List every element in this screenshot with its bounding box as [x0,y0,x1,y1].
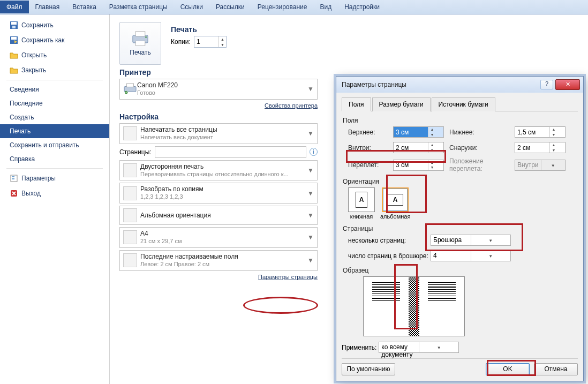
label-inside: Внутри: [348,144,388,152]
tab-source[interactable]: Источник бумаги [432,97,495,111]
collate-combo[interactable]: Разобрать по копиям 1,2,3 1,2,3 1,2,3 ▼ [119,183,318,204]
chevron-down-icon: ▼ [305,130,314,137]
sidebar-item-new[interactable]: Создать [0,110,109,124]
gutter-pos-select: Внутри▼ [515,160,566,171]
print-button[interactable]: Печать [119,22,161,65]
close-button[interactable]: ✕ [555,79,580,90]
duplex-icon [123,163,137,177]
sidebar-label: Сохранить как [21,36,64,44]
cancel-button[interactable]: Отмена [534,363,578,375]
ribbon-tab-file[interactable]: Файл [0,1,29,13]
multi-pages-select[interactable]: Брошюра▼ [431,235,511,246]
sidebar-label: Закрыть [21,66,46,74]
combo-main: Последние настраиваемые поля [140,253,305,261]
svg-rect-4 [11,37,17,40]
save-icon [10,21,18,29]
pages-input[interactable] [155,146,306,158]
duplex-combo[interactable]: Двусторонняя печать Переворачивать стран… [119,160,318,181]
sidebar-label: Сведения [10,86,39,93]
tab-margins[interactable]: Поля [342,97,371,111]
sidebar-item-options[interactable]: Параметры [0,171,109,186]
group-preview: Образец [343,267,578,274]
label-top: Верхнее: [348,129,388,136]
chevron-down-icon: ▼ [305,190,314,197]
ok-button[interactable]: OK [486,363,530,375]
margin-outside-spinner[interactable]: ▲▼ [515,142,566,153]
sidebar-item-save-as[interactable]: Сохранить как [0,33,109,48]
ribbon-tab-home[interactable]: Главная [29,1,66,13]
svg-point-12 [145,36,147,38]
sidebar-label: Последние [10,100,43,107]
pages-label: Страницы: [119,148,152,156]
margin-bottom-spinner[interactable]: ▲▼ [515,126,566,138]
orientation-portrait[interactable]: A книжная [348,187,375,220]
label-bottom: Нижнее: [449,129,509,136]
printer-properties-link[interactable]: Свойства принтера [265,102,318,109]
sidebar-item-print[interactable]: Печать [0,124,109,138]
info-icon[interactable]: i [310,148,318,156]
print-button-label: Печать [130,49,150,56]
label-gutter-pos: Положение переплета: [449,157,509,172]
help-button[interactable]: ? [540,80,553,89]
label-gutter: Переплет: [348,161,388,169]
sidebar-label: Сохранить [21,21,54,29]
open-icon [10,51,18,59]
svg-rect-1 [11,22,17,25]
sidebar-item-exit[interactable]: Выход [0,186,109,201]
margins-icon [123,253,137,267]
sidebar-label: Открыть [21,51,47,59]
margin-inside-spinner[interactable]: ▲▼ [393,142,444,153]
sidebar-item-recent[interactable]: Последние [0,96,109,110]
margins-combo[interactable]: Последние настраиваемые поля Левое: 2 см… [119,250,318,271]
ribbon-tab-insert[interactable]: Вставка [66,1,103,13]
close-file-icon [10,66,18,74]
booklet-sheets-select[interactable]: 4▼ [431,250,511,261]
ribbon-tab-refs[interactable]: Ссылки [174,1,209,13]
sidebar-item-close-doc[interactable]: Закрыть [0,63,109,78]
sidebar-item-info[interactable]: Сведения [0,82,109,96]
gutter-spinner[interactable]: ▲▼ [393,160,444,171]
printer-combo[interactable]: Canon MF220 Готово ▼ [119,79,318,100]
ribbon-tab-view[interactable]: Вид [313,1,338,13]
printer-icon [131,31,150,47]
combo-main: Двусторонняя печать [140,163,305,171]
apply-to-select[interactable]: ко всему документу▼ [379,342,459,353]
page-setup-link[interactable]: Параметры страницы [258,274,318,280]
sidebar-label: Справка [10,155,35,163]
sidebar-item-help[interactable]: Справка [0,152,109,166]
tab-paper[interactable]: Размер бумаги [372,97,431,111]
print-what-combo[interactable]: Напечатать все страницы Напечатать весь … [119,123,318,144]
orientation-icon [123,208,137,222]
ribbon-tab-addins[interactable]: Надстройки [338,1,386,13]
default-button[interactable]: По умолчанию [342,363,395,375]
group-pages: Страницы [343,225,578,232]
printer-icon [123,83,137,95]
dialog-titlebar[interactable]: Параметры страницы ? ✕ [336,77,583,93]
margin-top-spinner[interactable]: ▲▼ [393,126,444,138]
sidebar-item-open[interactable]: Открыть [0,48,109,63]
combo-main: Альбомная ориентация [140,212,305,220]
chevron-down-icon: ▼ [305,167,314,174]
dialog-tabs: Поля Размер бумаги Источник бумаги [342,97,578,111]
margins-preview [363,276,465,336]
copies-input[interactable] [194,36,218,47]
svg-rect-14 [127,84,134,87]
exit-icon [10,189,18,198]
print-title: Печать [171,25,227,34]
dialog-title: Параметры страницы [342,81,540,88]
orientation-landscape-label: альбомная [380,213,410,220]
group-orientation: Ориентация [343,178,578,185]
ribbon-tab-layout[interactable]: Разметка страницы [103,1,174,13]
sidebar-item-share[interactable]: Сохранить и отправить [0,138,109,152]
orientation-combo[interactable]: Альбомная ориентация ▼ [119,206,318,225]
ribbon-tab-review[interactable]: Рецензирование [251,1,314,13]
paper-size-combo[interactable]: A4 21 см x 29,7 см ▼ [119,227,318,248]
sidebar-label: Параметры [21,175,56,182]
svg-rect-2 [12,26,16,28]
copies-spinner[interactable]: ▲▼ [194,36,227,48]
orientation-landscape[interactable]: A альбомная [380,187,410,220]
sidebar-item-save[interactable]: Сохранить [0,18,109,33]
ribbon-tab-mail[interactable]: Рассылки [209,1,251,13]
chevron-down-icon: ▼ [305,85,314,93]
pages-icon [123,126,137,140]
